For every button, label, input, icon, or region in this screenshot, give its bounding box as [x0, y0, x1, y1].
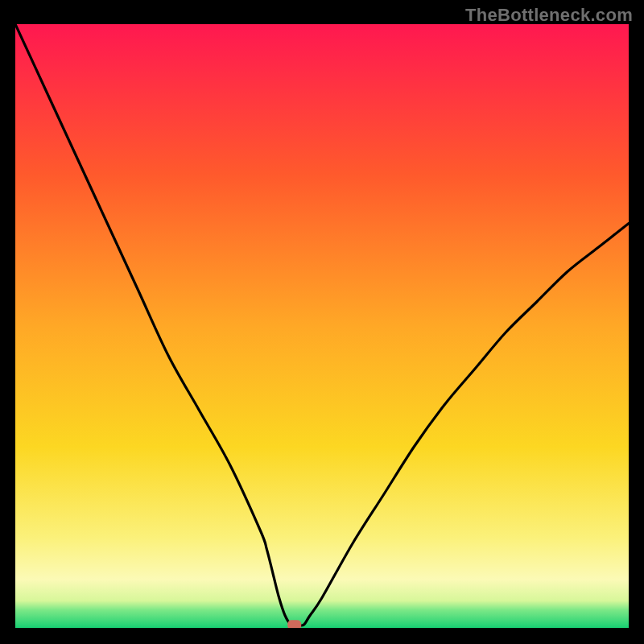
- plot-area: [15, 24, 629, 628]
- gradient-background: [15, 24, 629, 628]
- optimum-marker: [287, 620, 301, 628]
- watermark-text: TheBottleneck.com: [465, 5, 633, 26]
- chart-svg: [15, 24, 629, 628]
- chart-outer: TheBottleneck.com: [0, 0, 644, 644]
